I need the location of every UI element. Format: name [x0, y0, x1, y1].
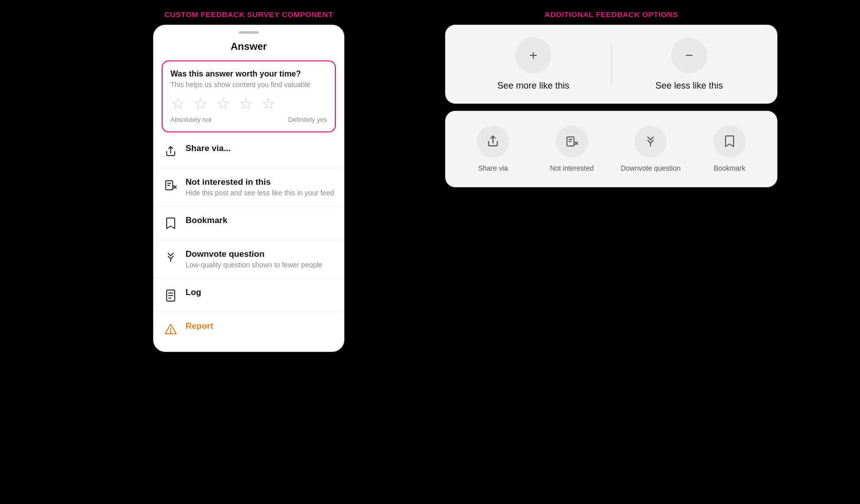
action-bookmark-circle [713, 125, 746, 158]
see-more-circle: + [515, 37, 551, 74]
not-interested-icon [164, 178, 178, 192]
menu-item-not-interested[interactable]: Not interested in this Hide this post an… [154, 168, 344, 206]
downvote-icon [164, 250, 178, 264]
menu-item-bookmark[interactable]: Bookmark [154, 206, 344, 240]
survey-box: Was this answer worth your time? This he… [162, 60, 336, 132]
menu-text-bookmark: Bookmark [186, 215, 228, 226]
star-2[interactable]: ☆ [193, 96, 208, 112]
bottom-feedback-card: Share via Not interested [445, 111, 777, 187]
star-5[interactable]: ☆ [261, 96, 276, 112]
left-section: CUSTOM FEEDBACK SURVEY COMPONENT Answer … [83, 10, 415, 352]
menu-item-log[interactable]: Log [154, 278, 344, 312]
feedback-survey-card: Answer Was this answer worth your time? … [153, 25, 345, 352]
action-share-label: Share via [478, 164, 508, 173]
share-icon [164, 145, 178, 159]
menu-text-share: Share via... [186, 143, 231, 154]
star-3[interactable]: ☆ [216, 96, 231, 112]
action-share-via[interactable]: Share via [454, 125, 533, 173]
action-bookmark-label: Bookmark [713, 164, 745, 173]
star-1[interactable]: ☆ [171, 96, 185, 112]
left-section-title: CUSTOM FEEDBACK SURVEY COMPONENT [164, 10, 333, 19]
action-share-circle [477, 125, 509, 158]
stars-label-left: Absolutely not [171, 116, 212, 123]
menu-text-downvote: Downvote question Low-quality question s… [186, 249, 323, 269]
action-not-interested-label: Not interested [550, 164, 594, 173]
drag-handle-bar [239, 31, 259, 34]
menu-title-bookmark: Bookmark [186, 215, 228, 226]
right-cards: + See more like this − See less like thi… [445, 25, 777, 187]
see-less-circle: − [671, 37, 707, 74]
menu-subtitle-downvote: Low-quality question shown to fewer peop… [186, 261, 323, 269]
action-downvote-circle [634, 125, 667, 158]
action-not-interested[interactable]: Not interested [533, 125, 612, 173]
see-less-label: See less like this [656, 81, 723, 91]
action-downvote-label: Downvote question [621, 164, 681, 173]
star-4[interactable]: ☆ [239, 96, 253, 112]
menu-title-downvote: Downvote question [186, 249, 323, 259]
see-more-label: See more like this [497, 81, 569, 91]
menu-title-log: Log [186, 287, 201, 298]
action-downvote[interactable]: Downvote question [611, 125, 690, 173]
card-header: Answer [154, 37, 344, 60]
action-bookmark[interactable]: Bookmark [690, 125, 769, 173]
menu-title-not-interested: Not interested in this [186, 177, 334, 187]
menu-title-report: Report [186, 321, 213, 331]
log-icon [164, 289, 178, 303]
menu-text-log: Log [186, 287, 201, 298]
report-icon [164, 322, 178, 336]
survey-subtext: This helps us show content you find valu… [171, 81, 327, 89]
see-more-option[interactable]: + See more like this [456, 37, 611, 91]
menu-item-downvote[interactable]: Downvote question Low-quality question s… [154, 240, 344, 278]
menu-title-share: Share via... [186, 143, 231, 154]
right-section-title: ADDITIONAL FEEDBACK OPTIONS [545, 10, 678, 19]
menu-item-share[interactable]: Share via... [154, 134, 344, 168]
menu-item-report[interactable]: Report [154, 312, 344, 345]
bookmark-icon [164, 217, 178, 231]
stars-row: ☆ ☆ ☆ ☆ ☆ [171, 96, 327, 112]
action-not-interested-circle [556, 125, 588, 158]
survey-question: Was this answer worth your time? [171, 69, 327, 79]
menu-text-report: Report [186, 321, 213, 331]
stars-labels: Absolutely not Definitely yes [171, 116, 327, 123]
stars-label-right: Definitely yes [288, 116, 327, 123]
right-section: ADDITIONAL FEEDBACK OPTIONS + See more l… [445, 10, 777, 187]
top-feedback-card: + See more like this − See less like thi… [445, 25, 777, 104]
menu-text-not-interested: Not interested in this Hide this post an… [186, 177, 334, 197]
drag-handle [154, 25, 344, 37]
see-less-option[interactable]: − See less like this [612, 37, 767, 91]
menu-subtitle-not-interested: Hide this post and see less like this in… [186, 189, 334, 197]
svg-point-12 [170, 332, 171, 333]
